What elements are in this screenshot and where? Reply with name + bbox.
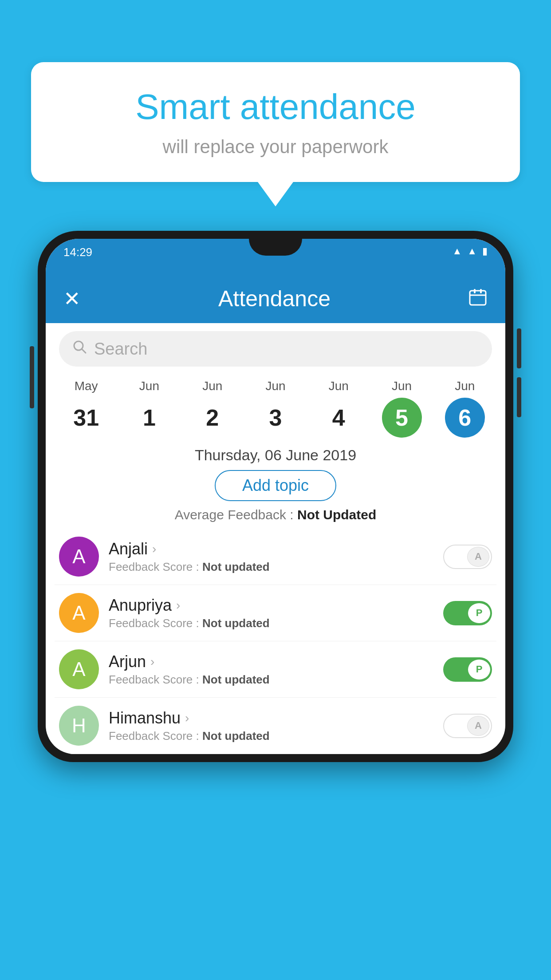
calendar-day[interactable]: Jun4 [312, 379, 365, 438]
calendar-day[interactable]: Jun5 [375, 379, 429, 438]
speech-bubble-subtitle: will replace your paperwork [58, 136, 493, 158]
battery-icon: ▮ [482, 245, 488, 257]
status-icons: ▲ ▲ ▮ [452, 245, 488, 257]
calendar-day[interactable]: May31 [59, 379, 113, 438]
selected-date-label: Thursday, 06 June 2019 [46, 442, 505, 466]
chevron-right-icon: › [185, 711, 189, 725]
svg-rect-2 [480, 289, 482, 293]
attendance-toggle-present[interactable]: P [443, 601, 492, 625]
student-avatar: A [59, 537, 99, 577]
speech-bubble-title: Smart attendance [58, 87, 493, 127]
phone-frame: 14:29 ▲ ▲ ▮ ✕ Attendance [38, 231, 513, 980]
attendance-toggle-present[interactable]: P [443, 657, 492, 682]
search-placeholder: Search [94, 340, 147, 359]
speech-bubble-section: Smart attendance will replace your paper… [31, 62, 520, 206]
student-feedback: Feedback Score : Not updated [109, 616, 433, 630]
speech-bubble: Smart attendance will replace your paper… [31, 62, 520, 182]
svg-rect-1 [474, 289, 476, 293]
calendar-icon[interactable] [468, 287, 488, 311]
student-avatar: A [59, 593, 99, 633]
student-feedback: Feedback Score : Not updated [109, 729, 433, 743]
add-topic-button[interactable]: Add topic [215, 470, 336, 501]
svg-line-5 [82, 349, 86, 353]
student-name: Anjali› [109, 540, 433, 558]
avg-feedback-value: Not Updated [297, 507, 376, 522]
attendance-toggle-absent[interactable]: A [443, 714, 492, 738]
calendar-day[interactable]: Jun1 [122, 379, 176, 438]
status-time: 14:29 [63, 245, 92, 259]
status-bar: 14:29 ▲ ▲ ▮ [46, 239, 505, 274]
svg-rect-0 [470, 291, 486, 305]
student-item[interactable]: AAnjali›Feedback Score : Not updatedA [55, 529, 496, 585]
attendance-toggle-absent[interactable]: A [443, 545, 492, 569]
volume-left-button [30, 346, 34, 408]
chevron-right-icon: › [150, 655, 154, 669]
wifi-icon: ▲ [452, 245, 462, 257]
app-title: Attendance [218, 286, 331, 312]
student-feedback: Feedback Score : Not updated [109, 673, 433, 687]
student-name: Arjun› [109, 652, 433, 671]
search-icon [72, 340, 87, 358]
student-avatar: H [59, 706, 99, 746]
app-bar: ✕ Attendance [46, 274, 505, 323]
student-item[interactable]: AAnupriya›Feedback Score : Not updatedP [55, 585, 496, 641]
close-button[interactable]: ✕ [63, 287, 81, 311]
calendar-day[interactable]: Jun2 [186, 379, 239, 438]
student-list: AAnjali›Feedback Score : Not updatedAAAn… [46, 529, 505, 754]
calendar-day[interactable]: Jun3 [249, 379, 302, 438]
notch [249, 239, 302, 256]
volume-button [517, 328, 521, 368]
speech-bubble-arrow [258, 182, 293, 206]
power-button [517, 377, 521, 417]
student-item[interactable]: AArjun›Feedback Score : Not updatedP [55, 641, 496, 698]
calendar-day[interactable]: Jun6 [438, 379, 492, 438]
student-name: Himanshu› [109, 709, 433, 727]
search-bar[interactable]: Search [59, 331, 492, 367]
calendar-strip: May31Jun1Jun2Jun3Jun4Jun5Jun6 [46, 371, 505, 442]
phone-outer: 14:29 ▲ ▲ ▮ ✕ Attendance [38, 231, 513, 762]
average-feedback: Average Feedback : Not Updated [46, 506, 505, 529]
signal-icon: ▲ [467, 245, 477, 257]
avg-feedback-label: Average Feedback : [175, 507, 297, 522]
student-item[interactable]: HHimanshu›Feedback Score : Not updatedA [55, 698, 496, 754]
student-name: Anupriya› [109, 596, 433, 615]
student-feedback: Feedback Score : Not updated [109, 560, 433, 574]
chevron-right-icon: › [152, 542, 156, 556]
chevron-right-icon: › [176, 598, 180, 612]
phone-screen: 14:29 ▲ ▲ ▮ ✕ Attendance [46, 239, 505, 754]
student-avatar: A [59, 649, 99, 689]
